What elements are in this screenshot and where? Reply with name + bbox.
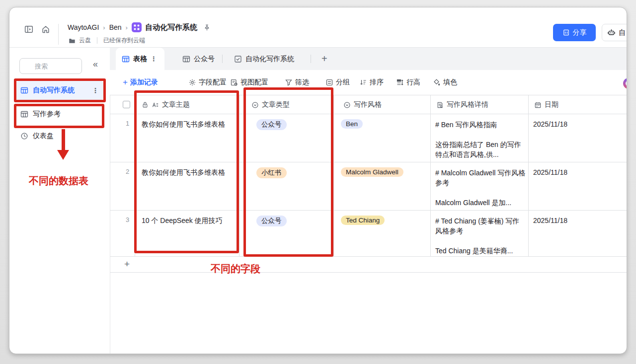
cell-style[interactable]: Malcolm Gladwell (341, 167, 428, 207)
group-button[interactable]: 分组 (325, 70, 350, 95)
search-input[interactable] (19, 58, 82, 74)
cell-style-detail[interactable]: # Ted Chiang (姜峯楠) 写作风格参考 Ted Chiang 是美籍… (435, 217, 526, 255)
cell-style[interactable]: Ted Chiang (341, 216, 428, 253)
column-header-label: 文章类型 (262, 100, 290, 109)
column-header-style-detail[interactable]: 写作风格详情 (436, 100, 488, 109)
table-border-top (110, 95, 627, 95)
drive-label[interactable]: 云盘 (79, 36, 91, 45)
cell-type[interactable]: 公众号 (256, 119, 331, 159)
pin-icon[interactable] (203, 24, 211, 31)
column-header-date[interactable]: 日期 (534, 100, 558, 109)
table-icon (20, 86, 28, 94)
header-divider (58, 24, 59, 45)
grid-view-icon (122, 55, 130, 63)
annotation-fields-note: 不同的字段 (211, 262, 260, 276)
breadcrumb-root[interactable]: WaytoAGI (68, 23, 99, 31)
view-config-icon (230, 78, 238, 86)
column-header-label: 写作风格详情 (447, 100, 488, 109)
select-all-checkbox[interactable] (123, 101, 130, 108)
add-view-button[interactable]: + (316, 48, 333, 70)
sidebar-item-auto-writing-system[interactable]: 自动写作系统 ⋮ (15, 81, 104, 100)
filter-label: 筛选 (295, 78, 309, 87)
cell-style-detail[interactable]: # Malcolm Gladwell 写作风格参考 Malcolm Gladwe… (435, 168, 526, 209)
sort-button[interactable]: 排序 (359, 70, 384, 95)
cell-type[interactable]: 公众号 (256, 216, 331, 253)
table-toolbar: + 添加记录 字段配置 视图配置 筛选 分组 排序 行高 填色 (110, 70, 627, 95)
column-border (135, 95, 135, 256)
item-menu-icon[interactable]: ⋮ (92, 86, 99, 94)
ai-assistant-button[interactable]: 自 (602, 24, 627, 41)
fill-color-label: 填色 (443, 78, 457, 87)
sidebar-item-label: 写作参考 (33, 110, 99, 119)
row-number[interactable]: 3 (126, 216, 129, 223)
add-record-button[interactable]: + 添加记录 (123, 70, 158, 95)
filter-button[interactable]: 筛选 (285, 70, 309, 95)
sidebar-toggle-icon[interactable] (24, 25, 33, 36)
collapse-sidebar-icon[interactable]: « (93, 59, 98, 70)
fill-color-button[interactable]: 填色 (433, 70, 457, 95)
option-tag: Ben (341, 119, 363, 129)
cell-style-detail[interactable]: # Ben 写作风格指南 这份指南总结了 Ben 的写作特点和语言风格,供... (435, 120, 526, 161)
cell-date[interactable]: 2025/11/18 (533, 217, 623, 231)
row-number[interactable]: 2 (126, 168, 129, 175)
add-record-label: 添加记录 (130, 78, 158, 87)
filter-funnel-icon (285, 78, 293, 86)
page-title[interactable]: 自动化写作系统 (145, 23, 197, 32)
annotation-arrow-head (57, 150, 69, 160)
row-height-button[interactable]: 行高 (396, 70, 420, 95)
ai-assistant-label: 自 (619, 28, 626, 37)
column-border (430, 95, 431, 256)
tab-label: 表格 (133, 55, 147, 64)
row-number[interactable]: 1 (126, 120, 129, 127)
option-tag: 公众号 (256, 119, 287, 130)
home-icon[interactable] (41, 25, 50, 36)
view-tabstrip: 表格 ⋮ 公众号 自动化写作系统 + (110, 48, 627, 70)
share-button[interactable]: 分享 (553, 24, 596, 41)
tab-grid-view[interactable]: 表格 ⋮ (116, 48, 164, 70)
group-label: 分组 (336, 78, 350, 87)
row-border (110, 256, 627, 257)
doc-search-icon (436, 101, 444, 109)
column-header-label: 文章主题 (162, 100, 190, 109)
ai-assistant-ring-icon[interactable] (623, 78, 627, 89)
tab-gongzhonghao[interactable]: 公众号 (176, 48, 221, 70)
field-config-button[interactable]: 字段配置 (188, 70, 227, 95)
column-border (239, 95, 239, 256)
cell-style[interactable]: Ben (341, 119, 428, 159)
tab-menu-icon[interactable]: ⋮ (151, 55, 157, 63)
doc-location: 云盘 已经保存到云端 (69, 36, 145, 45)
option-tag: Malcolm Gladwell (341, 167, 403, 177)
breadcrumb-parent[interactable]: Ben (109, 23, 122, 31)
sidebar-item-dashboard[interactable]: 仪表盘 (15, 127, 104, 146)
sidebar-item-writing-reference[interactable]: 写作参考 (15, 105, 104, 124)
cell-topic[interactable]: 10 个 DeepSeek 使用技巧 (142, 217, 236, 254)
robot-icon (607, 28, 616, 37)
lock-icon (142, 101, 149, 108)
cell-topic[interactable]: 教你如何使用飞书多维表格 (142, 120, 236, 160)
share-button-label: 分享 (573, 28, 587, 37)
row-border (110, 162, 627, 162)
add-row-button[interactable]: + (124, 259, 130, 270)
text-field-icon (152, 101, 159, 109)
tab-label: 公众号 (194, 55, 215, 64)
tab-divider (222, 55, 223, 63)
tab-auto-writing-form[interactable]: 自动化写作系统 (228, 48, 300, 70)
tab-divider (311, 55, 311, 63)
folder-icon (69, 37, 76, 44)
cell-date[interactable]: 2025/11/18 (533, 120, 623, 135)
option-tag: Ted Chiang (341, 216, 385, 225)
view-config-label: 视图配置 (240, 78, 268, 87)
cell-type[interactable]: 小红书 (256, 167, 331, 207)
subline-divider (97, 37, 97, 44)
group-icon (325, 78, 333, 86)
annotation-tables-note: 不同的数据表 (29, 174, 88, 188)
row-height-label: 行高 (406, 78, 420, 87)
column-header-style[interactable]: 写作风格 (343, 100, 382, 109)
single-select-icon (343, 101, 351, 109)
cell-topic[interactable]: 教你如何使用飞书多维表格 (142, 168, 236, 208)
cell-date[interactable]: 2025/11/18 (533, 168, 623, 183)
column-header-label: 日期 (545, 100, 558, 109)
view-config-button[interactable]: 视图配置 (230, 70, 268, 95)
column-header-type[interactable]: 文章类型 (251, 100, 290, 109)
column-header-topic[interactable]: 文章主题 (142, 100, 190, 109)
